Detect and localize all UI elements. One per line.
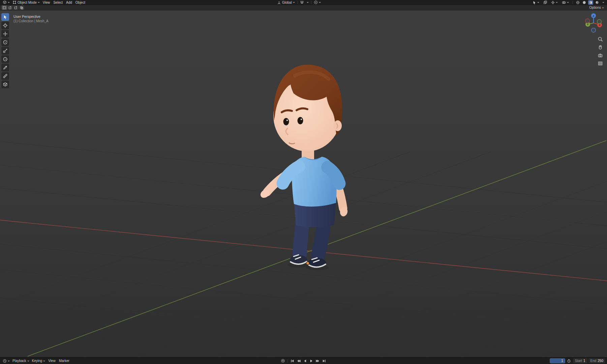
jump-to-start-button[interactable] (290, 358, 295, 363)
prev-keyframe-icon (297, 359, 301, 363)
menu-view[interactable]: View (41, 1, 52, 4)
blender-window: Object Mode View Select Add Object Globa… (0, 0, 607, 364)
select-mode-intersect-button[interactable] (19, 5, 24, 10)
hand-icon (598, 44, 603, 50)
chevron-down-icon (319, 2, 321, 3)
preview-range-toggle[interactable] (566, 358, 572, 363)
proportional-falloff-icon (314, 0, 318, 4)
solid-sphere-icon (582, 1, 586, 4)
tool-move[interactable] (1, 30, 9, 38)
play-reverse-button[interactable] (302, 358, 308, 363)
measure-ruler-icon (3, 73, 8, 79)
select-extend-icon (8, 6, 12, 9)
pan-button[interactable] (597, 44, 603, 50)
toggle-orthographic-button[interactable] (597, 60, 603, 66)
current-frame-value: 1 (561, 359, 563, 363)
transform-orientation-dropdown[interactable]: Global (276, 0, 296, 5)
rotate-icon (3, 40, 8, 45)
end-frame-field[interactable]: End 250 (588, 358, 605, 363)
play-button[interactable] (309, 358, 314, 363)
select-new-icon (3, 6, 6, 9)
character-mesh[interactable] (259, 65, 348, 270)
tool-cursor[interactable] (1, 22, 9, 29)
tool-select-box[interactable] (1, 13, 9, 21)
select-mode-new-button[interactable] (2, 5, 7, 10)
tool-shelf (1, 13, 9, 88)
record-icon (281, 359, 285, 363)
menu-select[interactable]: Select (52, 1, 64, 4)
auto-keying-button[interactable] (280, 358, 286, 363)
viewport-3d[interactable]: User Perspective (1) Collection | Mesh_A (0, 10, 607, 357)
chevron-down-icon (602, 7, 604, 8)
move-icon (3, 31, 8, 36)
end-frame-value: 250 (598, 359, 603, 363)
chevron-down-icon (27, 361, 29, 362)
material-sphere-icon (589, 1, 593, 4)
tool-add-cube[interactable] (1, 81, 9, 88)
shading-wireframe-button[interactable] (575, 0, 580, 5)
timeline-editor-type-button[interactable] (1, 359, 11, 363)
header-center-cluster: Global (276, 0, 322, 5)
options-dropdown[interactable]: Options (588, 5, 605, 10)
gizmo-icon (551, 1, 555, 4)
wireframe-sphere-icon (576, 1, 580, 4)
shading-solid-button[interactable] (582, 0, 587, 5)
object-origin-dot (306, 262, 309, 265)
tool-scale[interactable] (1, 47, 9, 55)
tool-transform[interactable] (1, 55, 9, 63)
editor-type-button[interactable] (1, 0, 11, 5)
zoom-button[interactable] (597, 36, 603, 42)
shading-rendered-button[interactable] (595, 0, 600, 5)
separator (311, 1, 311, 4)
chevron-down-icon (8, 2, 10, 3)
timeline-bar: Playback Keying View Marker (0, 357, 607, 364)
chevron-down-icon (38, 2, 40, 3)
keying-menu[interactable]: Keying (31, 359, 47, 363)
previous-keyframe-button[interactable] (296, 358, 302, 363)
select-mode-subtract-button[interactable] (13, 5, 19, 10)
jump-end-icon (322, 359, 326, 363)
timeline-menus: Playback Keying View Marker (1, 358, 71, 364)
xray-toggle[interactable] (542, 0, 548, 5)
play-reverse-icon (303, 359, 307, 363)
proportional-editing-toggle[interactable] (312, 0, 322, 5)
tool-measure[interactable] (1, 72, 9, 80)
timeline-marker-menu[interactable]: Marker (57, 359, 71, 363)
camera-icon (598, 53, 603, 58)
separator (287, 359, 288, 363)
tool-rotate[interactable] (1, 38, 9, 46)
navigation-gizmo[interactable]: Z X Y (583, 12, 604, 34)
keying-menu-label: Keying (32, 359, 42, 363)
mode-dropdown[interactable]: Object Mode (11, 0, 41, 5)
chevron-down-icon (567, 2, 569, 3)
chevron-down-icon (8, 361, 10, 362)
axis-gizmo-icon: Z X Y (583, 12, 604, 34)
object-visibility-dropdown[interactable] (531, 0, 541, 5)
orientation-label: Global (282, 1, 292, 4)
shading-settings-dropdown[interactable] (601, 0, 606, 5)
next-keyframe-button[interactable] (315, 358, 321, 363)
jump-to-end-button[interactable] (322, 358, 327, 363)
shading-material-preview-button[interactable] (588, 0, 593, 5)
menu-add[interactable]: Add (64, 1, 74, 4)
snap-toggle[interactable] (299, 0, 305, 5)
chevron-down-icon (293, 2, 295, 3)
start-frame-label: Start (575, 359, 582, 363)
timeline-view-menu[interactable]: View (47, 359, 57, 363)
scene-render (0, 10, 607, 357)
overlays-dropdown[interactable] (560, 0, 570, 5)
playback-menu[interactable]: Playback (11, 359, 31, 363)
tool-settings-bar: Options (0, 5, 607, 10)
jump-start-icon (290, 359, 294, 363)
camera-view-button[interactable] (597, 52, 603, 58)
menu-object[interactable]: Object (74, 1, 87, 4)
start-frame-field[interactable]: Start 1 (573, 358, 587, 363)
tool-annotate[interactable] (1, 64, 9, 71)
select-subtract-icon (14, 6, 18, 9)
gizmo-z-label: Z (593, 14, 595, 18)
current-frame-field[interactable]: 1 (550, 358, 565, 363)
select-mode-extend-button[interactable] (7, 5, 13, 10)
gizmos-dropdown[interactable] (550, 0, 559, 5)
editor-3d-viewport-icon (3, 0, 7, 4)
snap-settings-dropdown[interactable] (305, 0, 310, 5)
